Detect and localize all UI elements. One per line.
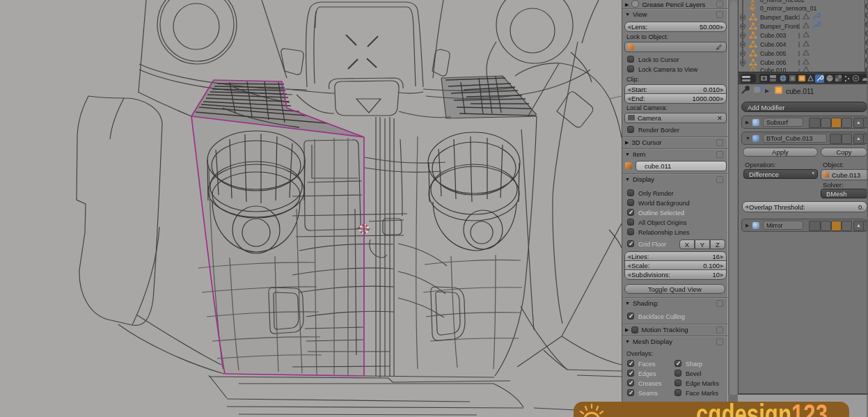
svg-text:▶: ▶: [765, 88, 770, 94]
